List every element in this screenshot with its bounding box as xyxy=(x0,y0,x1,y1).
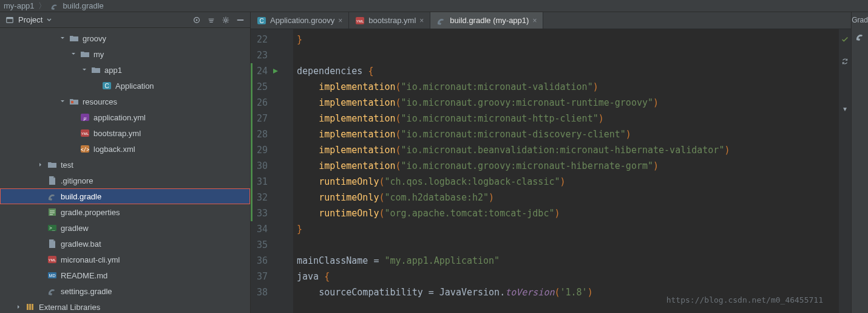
breadcrumb-segment[interactable]: my-app1 xyxy=(4,1,35,10)
close-icon[interactable]: × xyxy=(419,16,424,25)
gear-icon[interactable] xyxy=(221,15,231,25)
tree-node[interactable]: resources xyxy=(0,94,250,109)
tree-node[interactable]: settings.gradle xyxy=(0,283,250,299)
chevron-down-icon[interactable] xyxy=(46,17,52,23)
code-body[interactable]: } dependencies { implementation("io.micr… xyxy=(293,29,839,313)
close-icon[interactable]: × xyxy=(338,16,342,25)
tree-node[interactable]: .gitignore xyxy=(0,173,250,188)
gutter-line[interactable]: 35 xyxy=(251,237,293,253)
yml-icon: YML xyxy=(47,255,57,264)
tab-label: bootstrap.yml xyxy=(368,16,416,25)
code-line[interactable]: implementation("io.micronaut.groovy:micr… xyxy=(297,158,839,174)
run-gutter-icon[interactable] xyxy=(271,67,280,75)
code-line[interactable]: runtimeOnly("ch.qos.logback:logback-clas… xyxy=(297,174,839,190)
tree-node[interactable]: YMLmicronaut-cli.yml xyxy=(0,252,250,267)
sync-icon[interactable] xyxy=(841,55,849,71)
gutter-line[interactable]: 31 xyxy=(251,174,293,190)
gutter-line[interactable]: 37 xyxy=(251,269,293,284)
svg-text:YML: YML xyxy=(356,19,364,23)
close-icon[interactable]: × xyxy=(532,16,537,25)
gutter-line[interactable]: 22 xyxy=(251,32,293,47)
code-area[interactable]: 2223242526272829303132333435363738 } dep… xyxy=(251,29,851,313)
code-line[interactable]: implementation("io.micronaut:micronaut-h… xyxy=(297,111,839,126)
sh-icon: >_ xyxy=(47,223,57,233)
code-line[interactable]: runtimeOnly("com.h2database:h2") xyxy=(297,190,839,205)
right-tool-stripe: Grad xyxy=(851,12,868,313)
gutter-line[interactable]: 34 xyxy=(251,221,293,237)
editor-tab[interactable]: YMLbootstrap.yml× xyxy=(349,12,430,29)
code-line[interactable]: implementation("io.micronaut:micronaut-v… xyxy=(297,79,839,95)
tree-node[interactable]: External Libraries xyxy=(0,299,250,313)
code-line[interactable]: dependencies { xyxy=(297,63,839,79)
code-line[interactable]: mainClassName = "my.app1.Application" xyxy=(297,253,839,269)
gradle-icon xyxy=(47,286,57,296)
tree-node[interactable]: app1 xyxy=(0,62,250,78)
svg-rect-1 xyxy=(7,17,13,19)
indent-spacer xyxy=(38,272,44,278)
code-line[interactable]: } xyxy=(297,32,839,47)
gutter-line[interactable]: 38 xyxy=(251,284,293,300)
breadcrumb: my-app1 〉 build.gradle xyxy=(0,0,868,12)
collapse-all-icon[interactable] xyxy=(206,15,216,25)
lib-icon xyxy=(25,302,35,312)
project-tree[interactable]: groovymyapp1CApplicationresourcesμapplic… xyxy=(0,28,250,313)
expand-toggle-icon[interactable] xyxy=(70,51,76,57)
tree-node-label: .gitignore xyxy=(61,176,93,185)
inspection-stripe[interactable]: ▾ xyxy=(839,29,851,313)
tree-node[interactable]: >_gradlew xyxy=(0,220,250,236)
code-line[interactable] xyxy=(297,47,839,63)
code-line[interactable] xyxy=(297,237,839,253)
gutter-line[interactable]: 30 xyxy=(251,158,293,174)
chevron-down-icon[interactable]: ▾ xyxy=(842,101,847,117)
svg-rect-5 xyxy=(237,19,244,21)
gutter-line[interactable]: 32 xyxy=(251,190,293,205)
gutter-line[interactable]: 24 xyxy=(251,63,293,79)
code-line[interactable]: implementation("io.micronaut.groovy:micr… xyxy=(297,95,839,111)
hide-tool-window-icon[interactable] xyxy=(236,15,245,25)
gutter-line[interactable]: 23 xyxy=(251,47,293,63)
gradle-toolwindow-button[interactable]: Grad xyxy=(852,16,868,24)
line-number: 22 xyxy=(257,32,268,47)
expand-toggle-icon[interactable] xyxy=(59,98,66,105)
tree-node-selected[interactable]: build.gradle xyxy=(0,188,250,204)
tree-node[interactable]: YMLbootstrap.yml xyxy=(0,125,250,141)
tree-node[interactable]: gradle.properties xyxy=(0,204,250,220)
code-line[interactable]: java { xyxy=(297,269,839,284)
editor-tab[interactable]: CApplication.groovy× xyxy=(251,12,349,29)
project-tool-title[interactable]: Project xyxy=(18,15,42,24)
expand-toggle-icon[interactable] xyxy=(81,67,87,73)
editor-tab-active[interactable]: build.gradle (my-app1)× xyxy=(430,12,543,29)
gutter-line[interactable]: 36 xyxy=(251,253,293,269)
tree-node[interactable]: my xyxy=(0,46,250,62)
folder-icon xyxy=(80,49,90,59)
expand-toggle-icon[interactable] xyxy=(38,162,44,168)
expand-toggle-icon[interactable] xyxy=(59,35,66,41)
code-line[interactable]: runtimeOnly("org.apache.tomcat:tomcat-jd… xyxy=(297,205,839,221)
code-line[interactable]: implementation("io.micronaut:micronaut-d… xyxy=(297,126,839,142)
gutter-line[interactable]: 29 xyxy=(251,142,293,158)
breadcrumb-segment[interactable]: build.gradle xyxy=(63,1,104,10)
gutter-line[interactable]: 25 xyxy=(251,79,293,95)
svg-point-3 xyxy=(196,19,198,21)
gutter-line[interactable]: 27 xyxy=(251,111,293,126)
tree-node[interactable]: groovy xyxy=(0,30,250,46)
tree-node[interactable]: μapplication.yml xyxy=(0,109,250,125)
expand-toggle-icon[interactable] xyxy=(16,304,22,310)
gutter-line[interactable]: 33 xyxy=(251,205,293,221)
project-tool-window: Project groovymyapp1CApplicationresource… xyxy=(0,12,251,313)
tree-node[interactable]: test xyxy=(0,157,250,173)
folder-icon xyxy=(69,33,79,43)
code-line[interactable]: } xyxy=(297,221,839,237)
code-line[interactable]: sourceCompatibility = JavaVersion.toVers… xyxy=(297,284,839,300)
gutter-line[interactable]: 28 xyxy=(251,126,293,142)
editor-gutter[interactable]: 2223242526272829303132333435363738 xyxy=(251,29,293,313)
gutter-line[interactable]: 26 xyxy=(251,95,293,111)
tree-node[interactable]: </>logback.xml xyxy=(0,141,250,157)
select-opened-file-icon[interactable] xyxy=(192,15,202,25)
gradle-icon[interactable] xyxy=(855,32,865,43)
tree-node[interactable]: gradlew.bat xyxy=(0,236,250,252)
indent-spacer xyxy=(70,114,76,120)
tree-node[interactable]: CApplication xyxy=(0,78,250,94)
tree-node[interactable]: MDREADME.md xyxy=(0,267,250,283)
code-line[interactable]: implementation("io.micronaut.beanvalidat… xyxy=(297,142,839,158)
